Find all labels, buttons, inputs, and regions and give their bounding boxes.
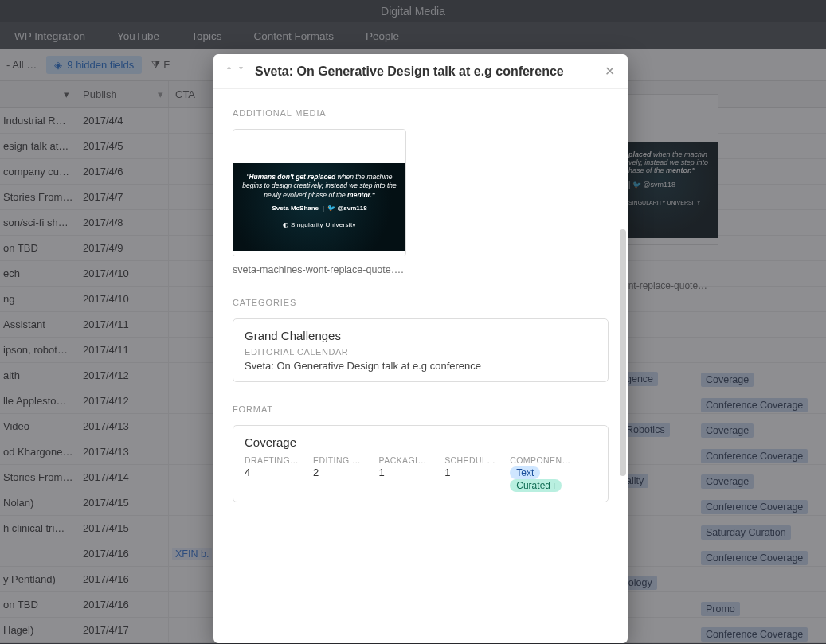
media-attachment[interactable]: "Humans don't get replaced when the mach… — [233, 129, 406, 256]
media-thumbnail: "Humans don't get replaced when the mach… — [233, 130, 405, 256]
quote-twitter: @svm118 — [337, 205, 366, 212]
tag-row: Conference Coverage — [621, 494, 826, 519]
tag-row: Promo — [621, 595, 826, 621]
filter-icon: ⧩ — [151, 59, 160, 72]
prev-record-button[interactable]: ˄ — [226, 65, 232, 78]
tag-row: iology — [621, 570, 826, 595]
scrollbar[interactable] — [620, 229, 626, 476]
cell-title: alth — [0, 363, 76, 388]
cell-title: lle Applesto… — [0, 388, 76, 413]
hidden-fields-label: 9 hidden fields — [67, 59, 134, 71]
cell-title: Nolan) — [0, 490, 76, 515]
section-additional-media: ADDITIONAL MEDIA — [233, 108, 609, 118]
cell-title: on TBD — [0, 592, 76, 617]
cell-title: Hagel) — [0, 618, 76, 642]
tab-topics[interactable]: Topics — [183, 25, 229, 47]
col-header-cta[interactable]: CTA — [169, 88, 213, 100]
cell-title: ipson, robot… — [0, 338, 76, 362]
tab-content-formats[interactable]: Content Formats — [245, 25, 342, 47]
format-col-value: 4 — [245, 466, 300, 478]
format-tag[interactable]: Coverage — [701, 373, 754, 387]
category-card[interactable]: Grand Challenges EDITORIAL CALENDAR Svet… — [233, 318, 609, 382]
tag-row: Conference Coverage — [621, 544, 826, 570]
format-col: EDITING D…2 — [313, 455, 366, 492]
format-col-value: 1 — [444, 466, 497, 478]
tab-youtube[interactable]: YouTube — [109, 25, 167, 47]
section-format: FORMAT — [233, 404, 609, 414]
hidden-fields-button[interactable]: ◈ 9 hidden fields — [46, 56, 142, 74]
format-col-label: DRAFTING … — [245, 455, 300, 465]
tag-row: Conference Coverage — [621, 443, 826, 468]
close-icon[interactable]: ✕ — [605, 64, 615, 79]
cell-publish: 2017/4/12 — [76, 363, 169, 388]
cell-publish: 2017/4/12 — [76, 388, 169, 413]
cta-chip[interactable]: XFIN b. — [172, 548, 212, 560]
tab-people[interactable]: People — [358, 25, 407, 47]
cell-publish: 2017/4/14 — [76, 465, 169, 490]
format-col-value: 2 — [313, 466, 366, 478]
format-tag[interactable]: Conference Coverage — [701, 398, 808, 412]
format-col: DRAFTING …4 — [245, 455, 300, 492]
cell-publish: 2017/4/4 — [76, 108, 169, 133]
format-col: PACKAGIN…1 — [379, 455, 433, 492]
cell-title: Video — [0, 414, 76, 439]
tag-row: genceCoverage — [621, 366, 826, 392]
format-col-label: EDITING D… — [313, 455, 366, 465]
section-categories: CATEGORIES — [233, 298, 609, 307]
cell-publish: 2017/4/16 — [76, 567, 169, 591]
format-tag[interactable]: Saturday Curation — [701, 525, 791, 540]
cell-title: y Pentland) — [0, 567, 76, 591]
component-pill[interactable]: Curated i — [510, 479, 562, 492]
category-sub: EDITORIAL CALENDAR — [245, 347, 597, 357]
chevron-down-icon: ▾ — [158, 88, 168, 100]
format-tag[interactable]: Conference Coverage — [701, 500, 808, 514]
format-col: COMPONENTSTextCurated i — [510, 455, 597, 492]
quote-author: Sveta McShane — [272, 205, 319, 212]
tag-row — [621, 315, 826, 341]
format-tag[interactable]: Conference Coverage — [701, 551, 808, 565]
category-text: Sveta: On Generative Design talk at e.g … — [245, 360, 597, 372]
cell-title: company cu… — [0, 159, 76, 184]
format-col-value: TextCurated i — [510, 466, 597, 492]
cell-publish: 2017/4/8 — [76, 210, 169, 235]
topic-tag[interactable]: Robotics — [621, 423, 670, 437]
cell-title: od Khargone… — [0, 439, 76, 464]
next-record-button[interactable]: ˅ — [238, 65, 244, 78]
format-tag[interactable]: Conference Coverage — [701, 627, 808, 642]
format-col-label: PACKAGIN… — [379, 455, 433, 465]
cell-publish: 2017/4/15 — [76, 516, 169, 541]
cell-publish: 2017/4/11 — [76, 338, 169, 362]
cell-title: Stories From… — [0, 185, 76, 209]
format-tag[interactable]: Conference Coverage — [701, 449, 808, 463]
cell-publish: 2017/4/13 — [76, 414, 169, 439]
quote-org: Singularity University — [291, 221, 356, 228]
tab-wp-integration[interactable]: WP Integration — [6, 25, 93, 47]
cell-publish: 2017/4/16 — [76, 541, 169, 566]
col-header-a[interactable]: ▾ — [0, 81, 76, 107]
col-header-publish[interactable]: Publish ▾ — [76, 81, 169, 107]
format-tag[interactable]: Promo — [701, 602, 740, 616]
format-col-value: 1 — [379, 466, 433, 478]
format-tag[interactable]: Coverage — [701, 423, 754, 438]
media-filename: sveta-machines-wont-replace-quote…. — [233, 264, 406, 275]
cell-title: ng — [0, 287, 76, 311]
tag-row: Conference Coverage — [621, 392, 826, 417]
cell-publish: 2017/4/10 — [76, 261, 169, 286]
format-tag[interactable]: Coverage — [701, 474, 754, 489]
cell-title: on TBD — [0, 236, 76, 260]
cell-title: Assistant — [0, 312, 76, 337]
cell-title: esign talk at… — [0, 134, 76, 158]
cell-publish: 2017/4/17 — [76, 618, 169, 642]
cell-cta: XFIN b. — [169, 548, 213, 560]
tag-row: RoboticsCoverage — [621, 417, 826, 443]
col-publish-label: Publish — [83, 88, 117, 100]
chevron-down-icon: ▾ — [64, 88, 69, 100]
format-col-label: COMPONENTS — [510, 455, 572, 465]
view-selector[interactable]: - All … — [6, 59, 37, 71]
cell-publish: 2017/4/15 — [76, 490, 169, 515]
format-card[interactable]: Coverage DRAFTING …4EDITING D…2PACKAGIN…… — [233, 425, 609, 502]
filter-button[interactable]: ⧩ F — [151, 59, 170, 72]
component-pill[interactable]: Text — [510, 466, 540, 479]
cell-publish: 2017/4/16 — [76, 592, 169, 617]
modal-title: Sveta: On Generative Design talk at e.g … — [255, 64, 598, 79]
